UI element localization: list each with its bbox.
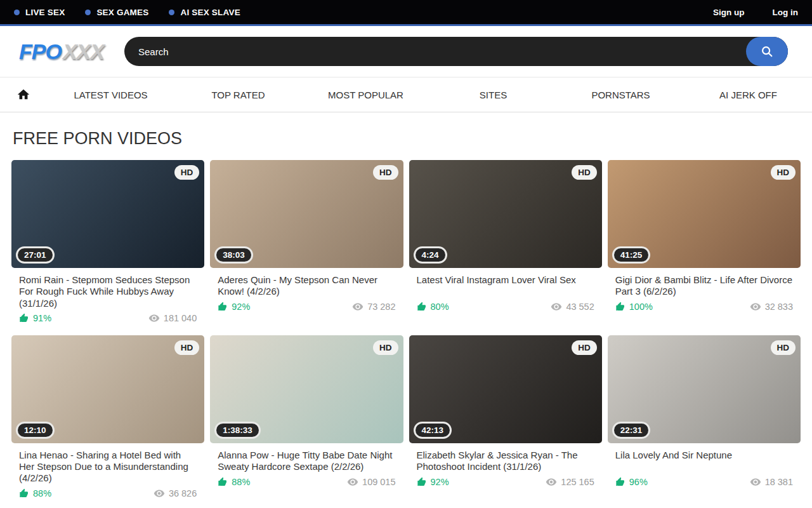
video-card[interactable]: HD 27:01 Romi Rain - Stepmom Seduces Ste…: [11, 160, 204, 329]
video-title[interactable]: Elizabeth Skylar & Jessica Ryan - The Ph…: [417, 450, 594, 473]
like-percent: 92%: [232, 302, 250, 312]
login-link[interactable]: Log in: [773, 8, 799, 17]
duration-badge: 12:10: [16, 422, 55, 439]
search-icon: [760, 44, 774, 58]
like-percent: 91%: [33, 313, 51, 323]
duration-badge: 41:25: [612, 246, 651, 264]
signup-link[interactable]: Sign up: [713, 8, 745, 17]
video-card[interactable]: HD 1:38:33 Alanna Pow - Huge Titty Babe …: [210, 335, 403, 504]
thumbs-up-icon: [615, 302, 625, 312]
nav-home[interactable]: [0, 88, 47, 102]
header: FPOXXX: [0, 26, 812, 77]
topbar-link-label: SEX GAMES: [96, 8, 148, 17]
hd-badge: HD: [572, 165, 597, 180]
video-card[interactable]: HD 4:24 Latest Viral Instagram Lover Vir…: [409, 160, 602, 329]
nav-item-pornstars[interactable]: PORNSTARS: [557, 90, 684, 100]
video-title[interactable]: Gigi Dior & Bambi Blitz - Life After Div…: [615, 274, 793, 298]
view-count: 109 015: [362, 477, 395, 487]
video-title[interactable]: Aderes Quin - My Stepson Can Never Know!…: [218, 274, 395, 298]
view-count: 125 165: [561, 477, 594, 487]
duration-badge: 1:38:33: [214, 422, 261, 439]
video-card[interactable]: HD 38:03 Aderes Quin - My Stepson Can Ne…: [210, 160, 403, 329]
topbar-link-label: LIVE SEX: [25, 8, 65, 17]
search-bar: [124, 37, 788, 66]
eye-icon: [546, 476, 557, 488]
view-count: 32 833: [765, 302, 793, 312]
video-title[interactable]: Alanna Pow - Huge Titty Babe Date Night …: [218, 450, 395, 473]
hd-badge: HD: [771, 165, 796, 180]
logo-text-secondary: XXX: [63, 39, 104, 64]
logo-text-primary: FPO: [19, 39, 62, 64]
video-thumbnail[interactable]: HD 1:38:33: [210, 335, 403, 443]
topbar: LIVE SEX SEX GAMES AI SEX SLAVE Sign up …: [0, 0, 812, 26]
like-percent: 88%: [232, 477, 250, 487]
view-count: 43 552: [566, 302, 594, 312]
duration-badge: 38:03: [214, 246, 253, 264]
blue-dot-icon: [14, 10, 20, 15]
view-count: 181 040: [164, 313, 197, 323]
topbar-link-sex-games[interactable]: SEX GAMES: [85, 8, 148, 17]
like-percent: 88%: [33, 488, 51, 498]
hd-badge: HD: [373, 340, 398, 355]
like-percent: 92%: [431, 477, 449, 487]
topbar-link-ai-sex-slave[interactable]: AI SEX SLAVE: [169, 8, 240, 17]
video-card[interactable]: HD 12:10 Lina Henao - Sharing a Hotel Be…: [11, 335, 204, 504]
hd-badge: HD: [771, 340, 796, 355]
hd-badge: HD: [174, 165, 200, 180]
video-title[interactable]: Lina Henao - Sharing a Hotel Bed with He…: [19, 450, 197, 485]
duration-badge: 42:13: [414, 422, 452, 439]
search-button[interactable]: [746, 37, 788, 66]
thumbs-up-icon: [218, 477, 228, 487]
blue-dot-icon: [85, 10, 91, 15]
eye-icon: [352, 301, 363, 312]
thumbs-up-icon: [218, 302, 228, 312]
thumbs-up-icon: [19, 313, 29, 323]
video-title[interactable]: Latest Viral Instagram Lover Viral Sex: [417, 274, 594, 298]
hd-badge: HD: [373, 165, 398, 180]
hd-badge: HD: [174, 340, 200, 355]
duration-badge: 27:01: [16, 246, 55, 264]
eye-icon: [750, 476, 761, 488]
like-percent: 96%: [629, 477, 648, 487]
thumbs-up-icon: [417, 302, 427, 312]
thumbs-up-icon: [19, 488, 29, 498]
video-card[interactable]: HD 42:13 Elizabeth Skylar & Jessica Ryan…: [409, 335, 602, 504]
topbar-link-live-sex[interactable]: LIVE SEX: [14, 8, 65, 17]
view-count: 73 282: [367, 302, 395, 312]
nav-item-latest-videos[interactable]: LATEST VIDEOS: [47, 90, 174, 100]
duration-badge: 4:24: [414, 246, 447, 264]
video-title[interactable]: Romi Rain - Stepmom Seduces Stepson For …: [19, 274, 197, 309]
like-percent: 80%: [431, 302, 449, 312]
page-title: FREE PORN VIDEOS: [13, 129, 812, 149]
video-thumbnail[interactable]: HD 22:31: [608, 335, 801, 443]
eye-icon: [347, 476, 358, 488]
duration-badge: 22:31: [612, 422, 651, 439]
nav-item-ai-jerk-off[interactable]: AI JERK OFF: [684, 90, 812, 100]
video-title[interactable]: Lila Lovely And Sir Neptune: [615, 450, 793, 473]
video-thumbnail[interactable]: HD 42:13: [409, 335, 602, 443]
hd-badge: HD: [572, 340, 597, 355]
video-thumbnail[interactable]: HD 41:25: [608, 160, 801, 268]
site-logo[interactable]: FPOXXX: [19, 39, 104, 64]
home-icon: [16, 88, 30, 102]
eye-icon: [148, 312, 160, 324]
like-percent: 100%: [629, 302, 653, 312]
blue-dot-icon: [169, 10, 174, 15]
eye-icon: [154, 488, 165, 499]
nav-item-most-popular[interactable]: MOST POPULAR: [302, 90, 429, 100]
video-thumbnail[interactable]: HD 27:01: [11, 160, 204, 268]
search-input[interactable]: [124, 37, 788, 66]
video-thumbnail[interactable]: HD 12:10: [11, 335, 204, 443]
view-count: 36 826: [169, 488, 197, 498]
video-card[interactable]: HD 41:25 Gigi Dior & Bambi Blitz - Life …: [608, 160, 801, 329]
nav-item-sites[interactable]: SITES: [429, 90, 557, 100]
eye-icon: [551, 301, 562, 312]
video-thumbnail[interactable]: HD 38:03: [210, 160, 403, 268]
video-card[interactable]: HD 22:31 Lila Lovely And Sir Neptune 96%…: [608, 335, 801, 504]
nav-item-top-rated[interactable]: TOP RATED: [174, 90, 302, 100]
eye-icon: [750, 301, 761, 312]
video-thumbnail[interactable]: HD 4:24: [409, 160, 602, 268]
thumbs-up-icon: [615, 477, 625, 487]
main-nav: LATEST VIDEOS TOP RATED MOST POPULAR SIT…: [0, 77, 812, 112]
topbar-link-label: AI SEX SLAVE: [180, 8, 240, 17]
